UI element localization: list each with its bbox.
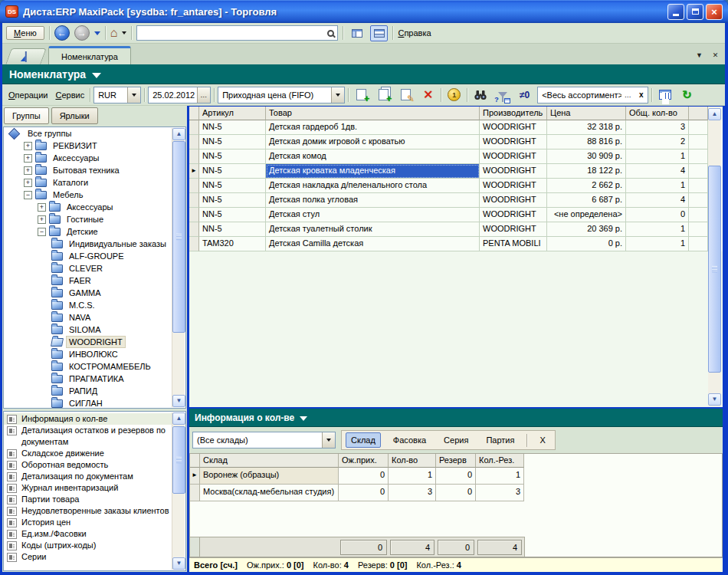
operations-menu[interactable]: Операции [6, 89, 50, 101]
expand-icon[interactable]: + [24, 166, 32, 175]
close-button[interactable]: × [706, 4, 723, 20]
tree-item[interactable]: +РЕКВИЗИТ [4, 140, 185, 152]
scroll-up-button[interactable]: ▲ [172, 128, 185, 140]
menu-button[interactable]: Меню [6, 26, 44, 40]
tree-item[interactable]: Индивидуальные заказы [4, 238, 185, 250]
table-row[interactable]: NN-5 Детская накладка д/пеленального сто… [189, 179, 723, 193]
warehouse-row[interactable]: Москва(склад-мебельная студия) 0 3 0 3 [190, 485, 722, 501]
column-header-expected[interactable]: Ож.прих. [339, 454, 389, 468]
tree-item[interactable]: +Бытовая техника [4, 164, 185, 176]
tree-item[interactable]: GAMMA [4, 287, 185, 299]
list-item[interactable]: Серии [4, 551, 185, 563]
tab-x[interactable]: X [534, 432, 550, 448]
tree-item[interactable]: ИНВОЛЮКС [4, 348, 185, 360]
collapse-icon[interactable]: − [24, 191, 32, 199]
forward-button[interactable]: → [74, 25, 90, 41]
view-left-panel-button[interactable] [348, 25, 366, 41]
table-row[interactable]: NN-5 Детская полка угловая WOODRIGHT 6 6… [189, 193, 723, 208]
scroll-down-button[interactable]: ▼ [172, 557, 185, 570]
tab-close-button[interactable]: ✕ [709, 49, 722, 61]
tree-scrollbar[interactable]: ▲ ▼ [172, 128, 185, 407]
assortment-select[interactable]: <Весь ассортимент> … x [537, 87, 648, 104]
bottom-panel-dropdown-icon[interactable] [300, 416, 307, 421]
view-bottom-panel-button[interactable] [370, 25, 388, 41]
column-header-product[interactable]: Товар [266, 107, 480, 120]
column-header-article[interactable]: Артикул [199, 107, 266, 120]
list-item[interactable]: Журнал инвентаризаций [4, 482, 185, 494]
table-row-selected[interactable]: ► NN-5 Детская кроватка младенческая WOO… [189, 164, 723, 179]
tree-item[interactable]: РАПИД [4, 385, 185, 397]
currency-dropdown-button[interactable] [127, 87, 140, 103]
column-header-price[interactable]: Цена [547, 107, 626, 120]
column-header-qty[interactable]: Кол-во [389, 454, 436, 468]
list-item[interactable]: Детализация остатков и резервов по докум… [4, 425, 185, 448]
date-field[interactable]: 25.02.2012 … [148, 87, 211, 104]
warehouse-dropdown-button[interactable] [322, 432, 335, 448]
expand-icon[interactable]: + [24, 179, 32, 187]
tree-item-selected[interactable]: WOODRIGHT [4, 336, 185, 348]
grid-scrollbar[interactable]: ▲ ▼ [708, 107, 721, 406]
list-item[interactable]: Оборотная ведомость [4, 459, 185, 471]
warehouse-row-selected[interactable]: ► Воронеж (образцы) 0 1 0 1 [190, 468, 722, 485]
date-picker-button[interactable]: … [197, 87, 210, 103]
list-item[interactable]: Коды (штрих-коды) [4, 540, 185, 551]
expand-icon[interactable]: + [38, 215, 46, 224]
grid-view-button[interactable] [655, 86, 674, 104]
tree-item[interactable]: +Аксессуары [4, 152, 185, 164]
table-row[interactable]: NN-5 Детская туалетный столик WOODRIGHT … [189, 222, 723, 237]
table-row[interactable]: NN-5 Детская гардероб 1дв. WOODRIGHT 32 … [189, 120, 723, 135]
tree-item[interactable]: SILOMA [4, 324, 185, 336]
list-item[interactable]: Партии товара [4, 494, 185, 505]
price-button[interactable]: 1 [444, 86, 464, 104]
home-dropdown-icon[interactable] [122, 31, 126, 34]
assortment-picker-button[interactable]: … [621, 87, 635, 103]
tab-nomenclature[interactable]: Номенклатура [48, 46, 131, 64]
tree-item[interactable]: M.C.S. [4, 299, 185, 311]
tree-item[interactable]: СИГЛАН [4, 397, 185, 409]
maximize-button[interactable] [687, 4, 703, 20]
currency-select[interactable]: RUR [93, 87, 141, 104]
list-item[interactable]: Неудовлетворенные заказы клиентов [4, 505, 185, 517]
edit-item-button[interactable]: ✎ [396, 86, 415, 104]
tab-labels[interactable]: Ярлыки [51, 107, 98, 124]
table-row[interactable]: TAM320 Детская Camilla детская PENTA MOB… [189, 237, 723, 251]
page-menu-dropdown-icon[interactable] [92, 73, 101, 78]
table-row[interactable]: NN-5 Детская комод WOODRIGHT 30 909 р. 1 [189, 150, 723, 164]
add-item-button[interactable]: + [352, 86, 371, 104]
tree-item-root[interactable]: Все группы [4, 127, 185, 140]
list-item[interactable]: Детализация по документам [4, 471, 185, 482]
selected-cell[interactable]: Детская кроватка младенческая [266, 164, 480, 179]
tab-batch[interactable]: Партия [480, 432, 520, 448]
expand-icon[interactable]: + [24, 154, 32, 163]
tree-item[interactable]: КОСТРОМАМЕБЕЛЬ [4, 360, 185, 373]
back-button[interactable]: ← [54, 25, 70, 41]
list-item[interactable]: История цен [4, 517, 185, 528]
scroll-thumb[interactable] [172, 426, 185, 494]
nonzero-filter-button[interactable]: ≠0 [515, 86, 534, 104]
scroll-thumb[interactable] [708, 166, 721, 373]
scroll-down-button[interactable]: ▼ [172, 395, 185, 407]
tab-packing[interactable]: Фасовка [388, 432, 431, 448]
service-menu[interactable]: Сервис [53, 89, 87, 101]
delete-item-button[interactable]: ✕ [418, 86, 438, 104]
column-header-qty[interactable]: Общ. кол-во [626, 107, 689, 120]
assortment-clear-button[interactable]: x [635, 87, 648, 103]
list-item[interactable]: Ед.изм./Фасовки [4, 528, 185, 540]
price-type-select[interactable]: Приходная цена (FIFO) [218, 87, 345, 104]
collapse-icon[interactable]: − [38, 228, 46, 236]
expand-icon[interactable]: + [38, 203, 46, 212]
tree-item[interactable]: −Детские [4, 225, 185, 238]
tree-item[interactable]: +Гостиные [4, 213, 185, 225]
filter-query-button[interactable]: ? [493, 86, 512, 104]
column-header-reserve[interactable]: Резерв [436, 454, 476, 468]
scroll-up-button[interactable]: ▲ [172, 412, 185, 425]
tree-item[interactable]: ALF-GROUPE [4, 250, 185, 262]
list-scrollbar[interactable]: ▲ ▼ [172, 412, 185, 570]
history-dropdown-icon[interactable] [94, 31, 100, 35]
tree-item[interactable]: CLEVER [4, 262, 185, 274]
refresh-button[interactable]: ↻ [677, 86, 697, 104]
search-box[interactable] [136, 25, 338, 41]
list-item[interactable]: Складское движение [4, 448, 185, 459]
tree-item[interactable]: FAER [4, 274, 185, 287]
expand-icon[interactable]: + [24, 142, 32, 150]
